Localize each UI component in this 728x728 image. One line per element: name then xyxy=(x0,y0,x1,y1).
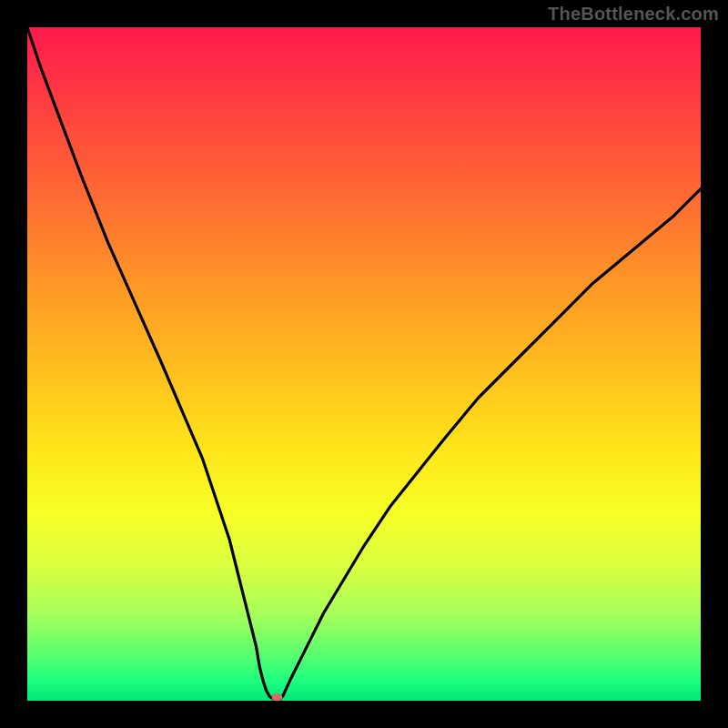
plot-area xyxy=(27,27,701,701)
chart-frame: TheBottleneck.com xyxy=(0,0,728,728)
watermark-text: TheBottleneck.com xyxy=(548,4,719,25)
curve-marker xyxy=(272,693,283,701)
bottleneck-curve xyxy=(27,27,701,701)
